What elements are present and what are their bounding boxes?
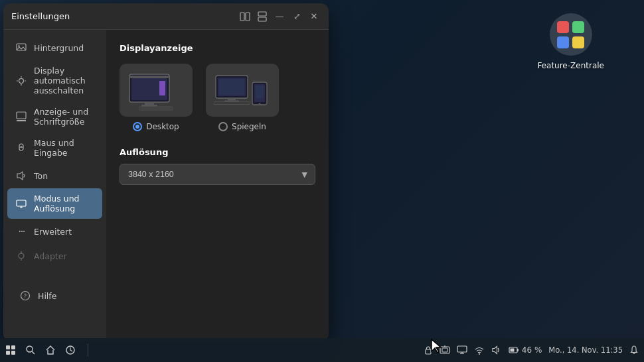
taskbar-right: 46 % Mo., 14. Nov. 11:35 — [424, 345, 639, 355]
svg-rect-50 — [426, 349, 431, 354]
display-auto-icon — [15, 75, 27, 87]
feature-zentrale[interactable]: Feature-Zentrale — [537, 13, 604, 70]
spiegeln-mode-image — [206, 64, 279, 117]
sidebar-item-maus[interactable]: Maus und Eingabe — [7, 133, 102, 163]
settings-content: Displayanzeige — [106, 30, 329, 341]
title-buttons: — ⤢ ✕ — [238, 10, 321, 23]
adapter-label: Adapter — [34, 251, 67, 261]
sidebar-item-hilfe[interactable]: ? Hilfe — [11, 284, 98, 308]
ton-icon — [15, 170, 27, 182]
erweitert-label: Erweitert — [34, 227, 72, 237]
svg-marker-16 — [17, 172, 23, 180]
resolution-title: Auflösung — [120, 147, 315, 157]
battery-percentage: 46 % — [522, 345, 542, 355]
modus-label: Modus und Auflösung — [34, 194, 94, 213]
close-button[interactable]: ✕ — [307, 10, 321, 23]
svg-rect-27 — [129, 76, 169, 78]
svg-rect-60 — [510, 349, 514, 352]
svg-rect-43 — [6, 345, 10, 349]
lock-icon[interactable] — [424, 345, 433, 355]
display-auto-label: Display automatisch ausschalten — [34, 66, 94, 95]
feature-zentrale-label: Feature-Zentrale — [537, 61, 604, 70]
svg-rect-40 — [219, 79, 244, 95]
volume-icon[interactable] — [491, 345, 502, 355]
settings-window: Einstellungen — ⤢ ✕ — [3, 3, 329, 341]
home-icon[interactable] — [45, 345, 56, 355]
svg-point-47 — [27, 346, 33, 352]
wifi-icon[interactable] — [474, 345, 485, 355]
hilfe-icon: ? — [19, 290, 31, 302]
svg-rect-28 — [145, 102, 154, 105]
svg-rect-1 — [246, 13, 250, 21]
sidebar: Hintergrund Display automatisch ausscha — [3, 30, 106, 341]
minimize-button[interactable]: — — [273, 10, 286, 23]
desktop-mode-card[interactable]: Desktop — [120, 64, 193, 131]
title-bar: Einstellungen — ⤢ ✕ — [3, 3, 329, 30]
svg-point-5 — [18, 45, 19, 46]
svg-text:?: ? — [24, 292, 27, 300]
notification-icon[interactable] — [629, 345, 639, 355]
erweitert-icon: ··· — [15, 225, 27, 237]
desktop-mode-text: Desktop — [146, 122, 179, 131]
taskbar: 46 % Mo., 14. Nov. 11:35 — [0, 338, 644, 362]
sidebar-item-modus[interactable]: Modus und Auflösung — [7, 188, 102, 219]
feature-zentrale-icon — [550, 13, 592, 56]
svg-rect-11 — [17, 112, 26, 119]
spiegeln-label: Spiegeln — [218, 122, 266, 131]
modus-icon — [15, 198, 27, 210]
svg-line-48 — [32, 351, 35, 354]
svg-point-21 — [19, 253, 24, 259]
desktop-radio[interactable] — [133, 122, 142, 131]
apps-icon[interactable] — [5, 345, 16, 355]
svg-rect-30 — [159, 81, 165, 95]
svg-rect-12 — [17, 120, 26, 121]
sidebar-item-hintergrund[interactable]: Hintergrund — [7, 36, 102, 60]
sidebar-item-ton[interactable]: Ton — [7, 164, 102, 188]
clock-icon[interactable] — [65, 345, 76, 355]
taskbar-divider — [88, 343, 88, 357]
svg-rect-0 — [240, 13, 244, 21]
screenshot-icon[interactable] — [440, 345, 450, 355]
settings-body: Hintergrund Display automatisch ausscha — [3, 30, 329, 341]
svg-rect-2 — [258, 12, 266, 16]
split-h-button[interactable] — [238, 10, 252, 23]
svg-point-39 — [259, 103, 261, 105]
resolution-dropdown[interactable]: 3840 x 2160 2560 x 1440 1920 x 1080 1280… — [120, 164, 315, 185]
fz-dot-red — [557, 21, 569, 33]
svg-rect-45 — [6, 351, 10, 355]
window-title: Einstellungen — [11, 11, 233, 21]
battery-indicator: 46 % — [509, 345, 542, 355]
search-icon[interactable] — [25, 345, 36, 355]
fz-dot-yellow — [572, 36, 584, 48]
spiegeln-mode-card[interactable]: Spiegeln — [206, 64, 279, 131]
adapter-icon — [15, 250, 27, 262]
section-title: Displayanzeige — [120, 43, 315, 53]
hilfe-label: Hilfe — [38, 291, 56, 301]
svg-rect-32 — [141, 107, 171, 109]
svg-rect-54 — [457, 346, 467, 352]
desktop-mode-image — [120, 64, 193, 117]
maus-label: Maus und Eingabe — [34, 138, 94, 158]
svg-rect-35 — [228, 98, 236, 101]
ton-label: Ton — [34, 171, 48, 181]
display-icon[interactable] — [457, 345, 467, 355]
maximize-button[interactable]: ⤢ — [290, 10, 303, 23]
display-cards: Desktop — [120, 64, 315, 131]
svg-rect-17 — [17, 200, 26, 206]
svg-rect-46 — [11, 351, 15, 355]
datetime-display: Mo., 14. Nov. 11:35 — [548, 345, 623, 355]
sidebar-item-display-auto[interactable]: Display automatisch ausschalten — [7, 60, 102, 101]
hintergrund-label: Hintergrund — [34, 43, 84, 53]
desktop-label: Desktop — [133, 122, 179, 131]
desktop: Feature-Zentrale Einstellungen — [0, 0, 644, 362]
sidebar-item-erweitert[interactable]: ··· Erweitert — [7, 219, 102, 243]
svg-point-6 — [19, 78, 24, 83]
svg-rect-41 — [256, 86, 264, 98]
sidebar-item-anzeige-schrift[interactable]: Anzeige- und Schriftgröße — [7, 101, 102, 132]
maus-icon — [15, 142, 27, 154]
svg-rect-3 — [258, 17, 266, 21]
resolution-dropdown-wrapper: 3840 x 2160 2560 x 1440 1920 x 1080 1280… — [120, 164, 315, 185]
anzeige-label: Anzeige- und Schriftgröße — [34, 107, 94, 127]
spiegeln-radio[interactable] — [218, 122, 228, 131]
split-v-button[interactable] — [256, 10, 269, 23]
